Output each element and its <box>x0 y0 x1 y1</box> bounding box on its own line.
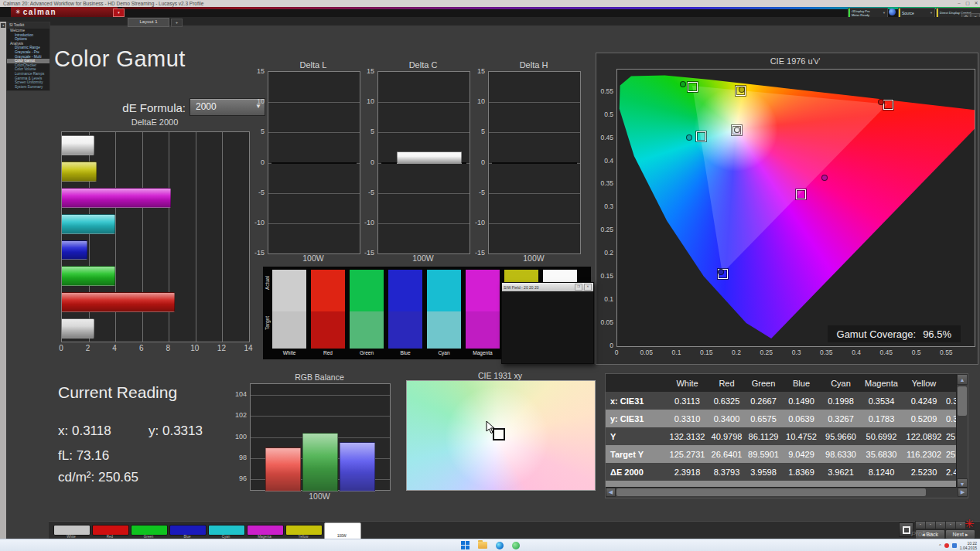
reading-x: x: 0.3118 <box>58 423 111 439</box>
cell-value: 132.3132 <box>666 432 709 441</box>
x-axis-tick-label: 2 <box>80 344 97 352</box>
reading-fl: fL: 73.16 <box>58 448 109 464</box>
minimize-icon[interactable]: – <box>955 0 963 7</box>
cell-value: 0.0639 <box>782 414 821 423</box>
y-axis-tick-label: 0.45 <box>596 134 613 141</box>
cell-value: 1.8369 <box>782 468 821 477</box>
scroll-thumb[interactable] <box>616 488 926 496</box>
pattern-window-title-bar[interactable]: S/W Field - 20 20 20 ❐ ✕ <box>502 283 593 291</box>
reading-y: y: 0.3313 <box>149 423 203 439</box>
y-axis-tick-label: 10 <box>248 97 265 105</box>
pattern-swatch-green[interactable] <box>131 525 168 536</box>
y-axis-tick-label: 0.1 <box>596 295 613 303</box>
swatch-label: Green <box>350 350 384 355</box>
gridline <box>268 102 360 103</box>
actual-row-label: Actual <box>265 276 270 290</box>
row-label: x: CIE31 <box>606 396 666 406</box>
footer-mini-button-1[interactable]: • <box>915 521 926 529</box>
rgb-bar-red <box>265 447 301 491</box>
footer-mini-button-2[interactable]: • <box>925 521 936 529</box>
fl-label: fL: <box>58 448 73 463</box>
column-header-green: Green <box>745 379 782 388</box>
table-header-row: WhiteRedGreenBlueCyanMagentaYellow <box>606 374 968 392</box>
workflow-sidebar: SI Toolkit WelcomeIntroductionOptionsAna… <box>6 22 50 91</box>
scroll-left-icon[interactable]: ◀ <box>606 488 616 497</box>
pattern-swatch-cyan[interactable] <box>208 525 245 536</box>
calman-logo-icon: ✳ <box>15 9 21 15</box>
pattern-window[interactable]: S/W Field - 20 20 20 ❐ ✕ <box>501 282 594 364</box>
scroll-right-icon[interactable]: ▶ <box>958 488 968 497</box>
deltae-bar-cyan <box>62 214 115 234</box>
sidebar-item-system-summary[interactable]: System Summary <box>7 85 50 90</box>
x-axis-tick-label: 0.3 <box>787 349 807 356</box>
pattern-swatch-white[interactable] <box>53 525 90 536</box>
collapse-sidebar-icon[interactable]: ◂ <box>1 23 5 28</box>
app-tray-icon[interactable] <box>512 542 520 549</box>
column-header-red: Red <box>709 379 745 388</box>
pattern-swatch-bar: WhiteRedGreenBlueCyanMagentaYellow100W <box>49 521 980 539</box>
left-rail <box>0 22 6 539</box>
gamut-coverage-label: Gamut Coverage: <box>837 328 917 340</box>
swatch-label: White <box>272 350 306 355</box>
cell-value: 0.1998 <box>821 396 861 406</box>
tray-expand-icon[interactable]: ^ <box>939 543 941 548</box>
x-axis-label: 100W <box>250 491 389 501</box>
file-explorer-icon[interactable] <box>478 542 487 549</box>
close-icon[interactable]: ✕ <box>584 284 592 291</box>
restore-icon[interactable]: ❐ <box>575 284 582 291</box>
gridline <box>268 132 360 133</box>
y-axis-tick-label: 10 <box>357 97 374 105</box>
pattern-swatch-magenta[interactable] <box>247 525 284 536</box>
app-menu-button[interactable]: ▾ <box>113 9 125 17</box>
globe-icon[interactable] <box>889 9 896 15</box>
next-arrow-icon: ▸ <box>965 532 968 538</box>
delta-l-plot-area <box>268 71 360 254</box>
pattern-window-title: S/W Field - 20 20 20 <box>504 285 573 290</box>
pattern-swatch-yellow[interactable] <box>285 525 323 536</box>
taskbar-clock[interactable]: 10:22 1.04.2015 <box>960 541 977 550</box>
tray-red-icon[interactable] <box>944 543 949 548</box>
table-row-y: Y132.313240.979886.112910.475295.966050.… <box>606 427 968 445</box>
pattern-swatch-blue[interactable] <box>169 525 207 536</box>
de-formula-value: 2000 <box>196 101 217 112</box>
x-axis-tick-label: 0.45 <box>876 349 896 356</box>
vertical-scrollbar[interactable]: ▲▼ <box>956 374 968 489</box>
chart-title: Delta L <box>268 60 359 70</box>
gamut-coverage-readout: Gamut Coverage: 96.5% <box>828 325 961 342</box>
maximize-icon[interactable]: ▢ <box>964 0 971 7</box>
add-tab-button[interactable]: + <box>171 19 183 27</box>
next-label: Next <box>953 532 964 537</box>
table-row-x-cie31: x: CIE310.31130.63250.26670.14900.19980.… <box>606 392 968 410</box>
browser-icon[interactable] <box>496 542 504 549</box>
column-header-yellow: Yellow <box>902 379 946 388</box>
scroll-up-icon[interactable]: ▲ <box>957 374 968 385</box>
cell-value: 86.1129 <box>745 432 782 441</box>
row-label: y: CIE31 <box>606 414 666 423</box>
tab-layout-1[interactable]: Layout 1 <box>128 18 169 27</box>
calman-logo: ✳ calman <box>11 7 118 17</box>
cell-value: 0.1783 <box>861 414 902 423</box>
fl-value: 73.16 <box>77 448 110 463</box>
tray-blue-icon[interactable] <box>952 543 957 548</box>
zero-line <box>492 162 577 164</box>
close-icon[interactable]: ✕ <box>972 0 980 7</box>
calman-logo-text: calman <box>23 8 56 16</box>
footer-mini-button-3[interactable]: • <box>935 521 946 529</box>
target-swatch-red <box>311 311 345 349</box>
scroll-thumb[interactable] <box>958 386 967 416</box>
chart-title: CIE 1976 u'v' <box>616 56 974 66</box>
target-marker-magenta <box>796 189 806 199</box>
cell-value: 50.6992 <box>861 432 902 441</box>
gridline <box>251 416 390 417</box>
footer-mini-button-4[interactable]: • <box>945 521 956 529</box>
y-axis-tick-label: 0.4 <box>596 157 613 165</box>
gridline <box>378 223 470 224</box>
horizontal-scrollbar[interactable]: ◀▶ <box>606 487 968 498</box>
pattern-swatch-red[interactable] <box>92 525 129 536</box>
cell-value: 40.9798 <box>709 432 745 441</box>
start-button-icon[interactable] <box>461 541 470 549</box>
cell-value: 35.6830 <box>861 450 902 459</box>
y-axis-tick-label: 5 <box>357 128 374 135</box>
cell-value: 95.9660 <box>821 432 861 441</box>
gamut-coverage-value: 96.5% <box>923 328 951 340</box>
